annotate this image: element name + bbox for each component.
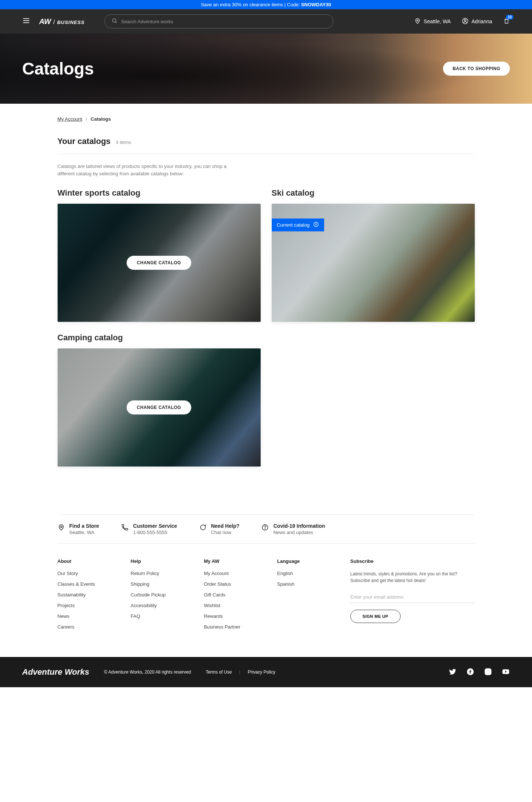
terms-link[interactable]: Terms of Use (206, 670, 232, 675)
header-right: Seattle, WA Adrianna 10 (414, 18, 510, 25)
intro-text: Catalogs are tailored views of products … (58, 163, 242, 177)
chat-icon (199, 523, 206, 533)
footer-link[interactable]: FAQ (131, 613, 193, 619)
catalog-title: Ski catalog (272, 188, 475, 198)
page-title: Your catalogs (58, 137, 111, 146)
support-sub: News and updates (273, 530, 325, 535)
cart-button[interactable]: 10 (503, 18, 510, 25)
footer-columns: About Our StoryClasses & EventsSustainab… (58, 544, 475, 657)
location-button[interactable]: Seattle, WA (414, 18, 451, 25)
hero: Catalogs BACK TO SHOPPING (0, 34, 532, 104)
footer-link[interactable]: Our Story (58, 571, 120, 576)
breadcrumb-root[interactable]: My Account (58, 116, 82, 122)
chip-label: Current catalog (277, 222, 310, 228)
svg-line-4 (116, 22, 117, 23)
back-to-shopping-button[interactable]: BACK TO SHOPPING (443, 62, 510, 76)
hamburger-icon[interactable] (22, 17, 30, 26)
hero-title: Catalogs (22, 59, 94, 79)
search-input[interactable] (121, 19, 326, 24)
footer-link[interactable]: Return Policy (131, 571, 193, 576)
footer-link[interactable]: News (58, 613, 120, 619)
footer-link[interactable]: Business Partner (204, 624, 266, 630)
youtube-icon[interactable] (502, 668, 510, 677)
footer-link[interactable]: Careers (58, 624, 120, 630)
logo[interactable]: AW / BUSINESS (39, 17, 85, 26)
footer-bar: Adventure Works © Adventure Works, 2020 … (0, 657, 532, 687)
phone-icon (121, 523, 128, 533)
catalog-camping: Camping catalog CHANGE CATALOG (58, 333, 261, 467)
logo-business: BUSINESS (57, 20, 85, 25)
footer-col-language: Language EnglishSpanish (277, 558, 339, 635)
support-find-store[interactable]: Find a StoreSeattle, WA (58, 523, 99, 535)
catalog-card[interactable]: CHANGE CATALOG (58, 204, 261, 322)
promo-banner: Save an extra 30% on clearance items | C… (0, 0, 532, 9)
breadcrumb-current: Catalogs (91, 116, 111, 122)
catalog-ski: Ski catalog Current catalog (272, 188, 475, 322)
footer-heading: My AW (204, 558, 266, 564)
svg-point-5 (417, 20, 418, 21)
support-customer-service[interactable]: Customer Service1-800-555-5555 (121, 523, 177, 535)
catalog-winter: Winter sports catalog CHANGE CATALOG (58, 188, 261, 322)
footer-link[interactable]: Gift Cards (204, 592, 266, 598)
svg-point-8 (314, 222, 318, 227)
footer-links: Terms of Use | Privacy Policy (206, 670, 275, 675)
subscribe-desc: Latest trends, styles & promotions. Are … (350, 571, 475, 584)
svg-point-14 (490, 670, 490, 670)
user-icon (462, 18, 468, 25)
account-button[interactable]: Adrianna (462, 18, 492, 25)
cart-badge: 10 (506, 15, 514, 20)
email-input[interactable] (350, 591, 475, 603)
header: AW / BUSINESS Seattle, WA Adrianna 10 (0, 9, 532, 34)
arrow-circle-icon (313, 221, 319, 228)
footer-link[interactable]: Spanish (277, 581, 339, 587)
promo-code: SNOWDAY30 (301, 2, 331, 7)
change-catalog-button[interactable]: CHANGE CATALOG (127, 256, 192, 270)
search-box[interactable] (104, 14, 333, 28)
breadcrumb-sep: / (86, 116, 87, 122)
change-catalog-button[interactable]: CHANGE CATALOG (127, 400, 192, 414)
footer-heading: Subscribe (350, 558, 475, 564)
copyright: © Adventure Works, 2020 All rights reser… (104, 670, 191, 675)
help-icon (261, 523, 269, 533)
footer-link[interactable]: Accessibility (131, 603, 193, 608)
footer-heading: Language (277, 558, 339, 564)
footer-link[interactable]: Wishlist (204, 603, 266, 608)
support-sub: 1-800-555-5555 (133, 530, 177, 535)
support-title: Find a Store (69, 523, 99, 529)
footer-link[interactable]: Classes & Events (58, 581, 120, 587)
footer-heading: Help (131, 558, 193, 564)
footer-link[interactable]: English (277, 571, 339, 576)
footer-link[interactable]: Projects (58, 603, 120, 608)
svg-point-13 (487, 670, 489, 673)
footer-heading: About (58, 558, 120, 564)
support-row: Find a StoreSeattle, WA Customer Service… (58, 514, 475, 544)
footer-col-subscribe: Subscribe Latest trends, styles & promot… (350, 558, 475, 635)
footer-link[interactable]: Shipping (131, 581, 193, 587)
footer-link[interactable]: Order Status (204, 581, 266, 587)
catalog-card[interactable]: CHANGE CATALOG (58, 348, 261, 467)
support-covid[interactable]: Covid-19 InformationNews and updates (261, 523, 325, 535)
support-title: Covid-19 Information (273, 523, 325, 529)
location-label: Seattle, WA (424, 18, 451, 24)
support-sub: Chat now (211, 530, 239, 535)
support-need-help[interactable]: Need Help?Chat now (199, 523, 239, 535)
promo-text: Save an extra 30% on clearance items | C… (201, 2, 301, 7)
sign-me-up-button[interactable]: SIGN ME UP (350, 610, 401, 623)
instagram-icon[interactable] (484, 668, 492, 677)
privacy-link[interactable]: Privacy Policy (248, 670, 275, 675)
footer-link[interactable]: Rewards (204, 613, 266, 619)
catalog-card[interactable]: Current catalog (272, 204, 475, 322)
facebook-icon[interactable] (466, 668, 474, 677)
search-icon (111, 18, 117, 25)
footer-link[interactable]: My Account (204, 571, 266, 576)
catalog-title: Camping catalog (58, 333, 261, 343)
pin-icon (58, 523, 65, 533)
twitter-icon[interactable] (449, 668, 457, 677)
support-title: Need Help? (211, 523, 239, 529)
svg-point-11 (265, 529, 265, 529)
footer-link[interactable]: Curbside Pickup (131, 592, 193, 598)
catalog-title: Winter sports catalog (58, 188, 261, 198)
logo-slash: / (53, 19, 55, 25)
footer-col-help: Help Return PolicyShippingCurbside Picku… (131, 558, 193, 635)
footer-link[interactable]: Sustainability (58, 592, 120, 598)
